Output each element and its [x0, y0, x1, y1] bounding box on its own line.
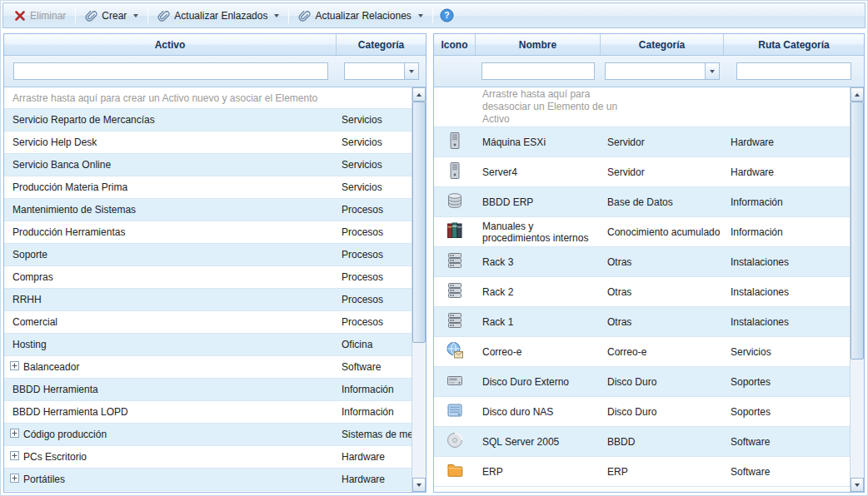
activo-cell: BBDD Herramienta: [4, 384, 337, 395]
toolbar-button-eliminar[interactable]: Eliminar: [8, 7, 72, 24]
combo-dropdown-button[interactable]: [404, 63, 418, 79]
scroll-down-button[interactable]: [412, 478, 426, 492]
ruta-categoria-filter-input[interactable]: [736, 62, 851, 80]
activo-cell: Servicio Reparto de Mercancías: [4, 114, 337, 126]
expand-icon[interactable]: [10, 451, 19, 463]
asset-row[interactable]: ComercialProcesos: [4, 311, 412, 334]
asset-row[interactable]: PortátilesHardware: [4, 469, 412, 491]
right-scrollbar[interactable]: [850, 87, 864, 492]
ruta-categoria-cell: Soportes: [724, 376, 850, 388]
toolbar-button-actualizar-enlazados[interactable]: Actualizar Enlazados: [152, 7, 285, 24]
toolbar-button-crear[interactable]: Crear: [79, 7, 144, 24]
asset-row[interactable]: Servicio Reparto de MercancíasServicios: [4, 109, 412, 131]
expand-icon[interactable]: [10, 474, 19, 485]
toolbar-button-label: Actualizar Relaciones: [315, 10, 411, 22]
element-row[interactable]: Server4ServidorHardware: [434, 157, 850, 187]
asset-row[interactable]: HostingOficina: [4, 334, 412, 356]
scroll-up-button[interactable]: [851, 87, 864, 102]
categoria-cell: Sistemas de medición: [337, 429, 412, 440]
categoria-cell: Hardware: [337, 474, 412, 485]
column-header-categoria[interactable]: Categoría: [337, 34, 426, 55]
toolbar-button-actualizar-relaciones[interactable]: Actualizar Relaciones: [292, 7, 428, 24]
asset-row[interactable]: Producción Materia PrimaServicios: [4, 176, 412, 199]
element-row[interactable]: SQL Server 2005BBDDSoftware: [434, 427, 850, 457]
chevron-down-icon: [274, 14, 279, 17]
rack-icon: [446, 281, 464, 302]
ruta-categoria-cell: Instalaciones: [724, 316, 850, 328]
asset-row[interactable]: SoporteProcesos: [4, 244, 412, 266]
toolbar-button-label: Crear: [102, 10, 127, 22]
element-row[interactable]: ERPERPSoftware: [434, 457, 850, 487]
activo-cell: RRHH: [4, 294, 337, 305]
nombre-cell: ERP: [476, 466, 601, 478]
element-row[interactable]: Disco duro NASDisco DuroSoportes: [434, 397, 850, 427]
combo-dropdown-button[interactable]: [705, 63, 719, 79]
asset-row[interactable]: Mantenimiento de SistemasProcesos: [4, 199, 412, 221]
asset-row[interactable]: Servicio Help DeskServicios: [4, 131, 412, 154]
asset-row[interactable]: ComprasProcesos: [4, 266, 412, 289]
element-row[interactable]: Rack 2OtrasInstalaciones: [434, 277, 850, 307]
triangle-up-icon: [855, 93, 860, 97]
asset-row[interactable]: BBDD Herramienta LOPDInformación: [4, 401, 412, 424]
column-header-ruta-categoria[interactable]: Ruta Categoría: [724, 34, 864, 55]
toolbar: EliminarCrearActualizar EnlazadosActuali…: [2, 2, 866, 28]
asset-row[interactable]: BBDD HerramientaInformación: [4, 379, 412, 401]
drop-hint-text: Arrastre hasta aquí para crear un Activo…: [4, 92, 337, 104]
element-row[interactable]: Disco Duro ExternoDisco DuroSoportes: [434, 367, 850, 397]
icono-cell: [434, 341, 476, 362]
help-button[interactable]: ?: [436, 6, 457, 25]
left-table-header: Activo Categoría: [4, 34, 426, 56]
categoria-cell: Procesos: [337, 249, 412, 260]
expand-icon[interactable]: [10, 361, 19, 373]
categoria-cell: Disco Duro: [601, 406, 724, 418]
nombre-cell: Máquina ESXi: [476, 136, 601, 148]
toolbar-button-label: Eliminar: [30, 10, 66, 22]
icono-cell: [434, 251, 476, 272]
folder-icon: [446, 461, 464, 482]
column-header-activo[interactable]: Activo: [4, 34, 337, 55]
element-row[interactable]: Máquina ESXiServidorHardware: [434, 127, 850, 157]
scrollbar-thumb[interactable]: [412, 102, 426, 343]
scrollbar-thumb[interactable]: [851, 102, 864, 360]
column-header-icono[interactable]: Icono: [434, 34, 476, 55]
element-row[interactable]: Rack 3OtrasInstalaciones: [434, 247, 850, 277]
triangle-down-icon: [417, 484, 422, 487]
left-scrollbar[interactable]: [412, 87, 426, 492]
cd-icon: [446, 431, 464, 452]
nombre-cell: Disco Duro Externo: [476, 376, 601, 388]
icono-cell: [434, 161, 476, 182]
asset-row[interactable]: Código producciónSistemas de medición: [4, 424, 412, 446]
column-header-categoria[interactable]: Categoría: [601, 34, 724, 55]
asset-row[interactable]: PCs EscritorioHardware: [4, 446, 412, 469]
nombre-cell: Rack 3: [476, 256, 601, 268]
asset-row[interactable]: Producción HerramientasProcesos: [4, 221, 412, 244]
activo-label: RRHH: [12, 294, 42, 305]
toolbar-button-label: Actualizar Enlazados: [174, 10, 267, 22]
ruta-categoria-cell: Servicios: [724, 346, 850, 358]
categoria-cell: Hardware: [337, 451, 412, 463]
asset-row[interactable]: BalanceadorSoftware: [4, 356, 412, 379]
scroll-up-button[interactable]: [412, 87, 426, 102]
expand-icon[interactable]: [10, 429, 19, 440]
left-filter-row: [4, 56, 426, 87]
element-row[interactable]: Rack 1OtrasInstalaciones: [434, 307, 850, 337]
element-row[interactable]: BBDD ERPBase de DatosInformación: [434, 187, 850, 217]
asset-row[interactable]: Servicio Banca OnlineServicios: [4, 154, 412, 176]
activo-cell: Hosting: [4, 339, 337, 350]
nombre-cell: Disco duro NAS: [476, 406, 601, 418]
nombre-filter-input[interactable]: [481, 62, 595, 80]
categoria-cell: Servicios: [337, 114, 412, 126]
activo-label: Código producción: [23, 429, 107, 440]
element-row[interactable]: Manuales y procedimientos internosConoci…: [434, 217, 850, 247]
activo-filter-input[interactable]: [13, 62, 328, 80]
scroll-down-button[interactable]: [851, 478, 864, 492]
activo-label: Comercial: [12, 316, 57, 328]
categoria-filter-select[interactable]: [344, 62, 419, 80]
categoria-filter-select-right[interactable]: [605, 62, 720, 80]
element-row[interactable]: Correo-eCorreo-eServicios: [434, 337, 850, 367]
icono-cell: [434, 191, 476, 212]
activo-cell: Servicio Banca Online: [4, 159, 337, 171]
column-header-nombre[interactable]: Nombre: [476, 34, 601, 55]
asset-row[interactable]: RRHHProcesos: [4, 289, 412, 311]
activo-label: Soporte: [12, 249, 47, 260]
